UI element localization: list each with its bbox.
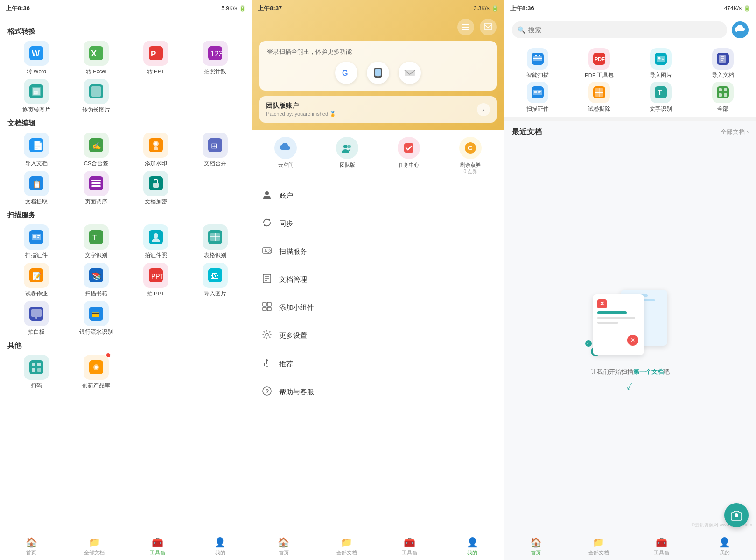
tool-page-img[interactable]: ▦ 逐页转图片 [7, 79, 65, 113]
tool-ppt[interactable]: P 转 PPT [127, 41, 185, 75]
section-title-other: 其他 [7, 341, 244, 350]
svg-text:T: T [92, 234, 97, 242]
tool-cs-sign[interactable]: ✍ CS合合签 [67, 133, 125, 167]
login-email[interactable] [399, 62, 421, 84]
nav-tools-3[interactable]: 🧰 工具箱 [630, 532, 693, 560]
panel1-content: 格式转换 W 转 Word X 转 Excel P 转 PPT [0, 17, 252, 532]
qt-import-doc[interactable]: 导入文档 [693, 48, 752, 79]
tool-import-doc[interactable]: 📄 导入文档 [7, 133, 65, 167]
nav-docs-2[interactable]: 📁 全部文档 [315, 532, 378, 560]
tool-long-img[interactable]: 转为长图片 [67, 79, 125, 113]
tool-word[interactable]: W 转 Word [7, 41, 65, 75]
recommend-icon [261, 358, 273, 371]
tool-qr[interactable]: 扫码 [7, 355, 65, 389]
tool-long-img-icon [84, 79, 109, 104]
nav-home-3[interactable]: 🏠 首页 [504, 532, 567, 560]
qt-smart-scan[interactable]: 智能扫描 [508, 48, 567, 79]
nav-docs-3[interactable]: 📁 全部文档 [567, 532, 630, 560]
qt-text-ocr-label: 文字识别 [650, 105, 672, 112]
svg-rect-34 [33, 235, 36, 238]
svg-point-104 [658, 57, 661, 60]
shortcut-cloud-icon [274, 137, 297, 159]
shortcut-task[interactable]: 任务中心 [380, 137, 438, 175]
tool-excel[interactable]: X 转 Excel [67, 41, 125, 75]
menu-widget[interactable]: 添加小组件 [252, 294, 504, 322]
qt-text-ocr[interactable]: T 文字识别 [631, 82, 690, 112]
doc-card-front: ✕ ✕ [593, 294, 644, 355]
nav-mine-3[interactable]: 👤 我的 [693, 532, 756, 560]
tool-ocr[interactable]: T 文字识别 [67, 224, 125, 259]
mine-icon-2: 👤 [467, 537, 478, 548]
menu-btn[interactable] [457, 19, 474, 35]
qt-import-img-label: 导入图片 [650, 72, 672, 79]
svg-text:P: P [151, 49, 156, 58]
tool-book-icon: 📚 [84, 263, 109, 288]
tool-encrypt[interactable]: 文档加密 [127, 171, 185, 205]
tool-table-ocr[interactable]: 表格识别 [186, 224, 244, 259]
tool-id-photo[interactable]: 拍证件照 [127, 224, 185, 259]
message-btn[interactable] [480, 19, 497, 35]
tool-book[interactable]: 📚 扫描书籍 [67, 263, 125, 297]
tool-scan-ppt[interactable]: PPT 拍 PPT [127, 263, 185, 297]
tool-extract[interactable]: 📋 文档提取 [7, 171, 65, 205]
qt-text-ocr-icon: T [650, 82, 672, 103]
tool-count[interactable]: 123 拍照计数 [186, 41, 244, 75]
tool-bank-flow[interactable]: 💳 银行流水识别 [67, 301, 125, 336]
menu-recommend[interactable]: 推荐 [252, 350, 504, 378]
status-icons-2: 3.3K/s 🔋 [474, 5, 498, 12]
nav-tools-1[interactable]: 🧰 工具箱 [126, 532, 189, 560]
tool-watermark[interactable]: 添加水印 [127, 133, 185, 167]
recent-all-btn[interactable]: 全部文档 › [721, 128, 749, 136]
tool-extract-icon: 📋 [24, 171, 49, 196]
nav-tools-2[interactable]: 🧰 工具箱 [378, 532, 441, 560]
nav-mine-2[interactable]: 👤 我的 [441, 532, 504, 560]
nav-home-2[interactable]: 🏠 首页 [252, 532, 315, 560]
shortcut-team-label: 团队版 [340, 161, 355, 168]
network-speed-3: 474K/s [724, 5, 742, 12]
menu-scan-service[interactable]: A文 扫描服务 [252, 238, 504, 266]
tool-import-img[interactable]: 🖼 导入图片 [186, 263, 244, 297]
svg-rect-122 [719, 88, 722, 91]
login-phone[interactable] [367, 62, 389, 84]
search-input[interactable] [528, 26, 721, 34]
tool-scan-id[interactable]: 扫描证件 [7, 224, 65, 259]
menu-widget-label: 添加小组件 [279, 303, 314, 312]
menu-help[interactable]: ? 帮助与客服 [252, 378, 504, 406]
menu-account[interactable]: 账户 [252, 182, 504, 210]
nav-docs-1[interactable]: 📁 全部文档 [63, 532, 126, 560]
shortcut-cloud[interactable]: 云空间 [257, 137, 315, 175]
tool-encrypt-label: 文档加密 [145, 198, 167, 205]
qt-pdf[interactable]: PDF PDF 工具包 [570, 48, 629, 79]
fab-camera-btn[interactable] [724, 503, 749, 527]
cloud-sync-btn[interactable] [732, 21, 749, 38]
shortcut-team[interactable]: 团队版 [318, 137, 376, 175]
tool-merge[interactable]: ⊞ 文档合并 [186, 133, 244, 167]
team-arrow-btn[interactable]: › [477, 103, 490, 116]
tool-whiteboard[interactable]: 拍白板 [7, 301, 65, 336]
arrow-hint-icon: ↓ [623, 378, 637, 394]
login-card-title: 登录扫描全能王，体验更多功能 [267, 48, 489, 56]
nav-home-1[interactable]: 🏠 首页 [0, 532, 63, 560]
qt-all[interactable]: 全部 [693, 82, 752, 112]
help-icon: ? [261, 386, 273, 399]
status-bar-3: 上午8:36 474K/s 🔋 [504, 0, 756, 17]
svg-rect-36 [37, 237, 39, 238]
tool-whiteboard-label: 拍白板 [28, 329, 45, 336]
sync-icon [261, 217, 273, 230]
nav-mine-1[interactable]: 👤 我的 [189, 532, 252, 560]
qt-scan-id[interactable]: 扫描证件 [508, 82, 567, 112]
menu-doc-mgmt[interactable]: 文档管理 [252, 266, 504, 294]
tool-exam[interactable]: 📝 试卷作业 [7, 263, 65, 297]
tool-reorder[interactable]: 页面调序 [67, 171, 125, 205]
menu-settings[interactable]: 更多设置 [252, 322, 504, 350]
shortcut-points[interactable]: C 剩余点券 0 点券 [441, 137, 499, 175]
svg-rect-113 [538, 91, 541, 92]
qt-exam-remove[interactable]: 试卷撕除 [570, 82, 629, 112]
svg-rect-88 [263, 302, 266, 306]
team-card-info: 团队版账户 Patched by: youarefinished 🏅 [266, 102, 336, 117]
search-box[interactable]: 🔍 [512, 21, 727, 38]
login-google[interactable]: G [335, 62, 357, 84]
menu-sync[interactable]: 同步 [252, 210, 504, 238]
tool-creative[interactable]: 创新产品库 [67, 355, 125, 389]
qt-import-img[interactable]: 导入图片 [631, 48, 690, 79]
